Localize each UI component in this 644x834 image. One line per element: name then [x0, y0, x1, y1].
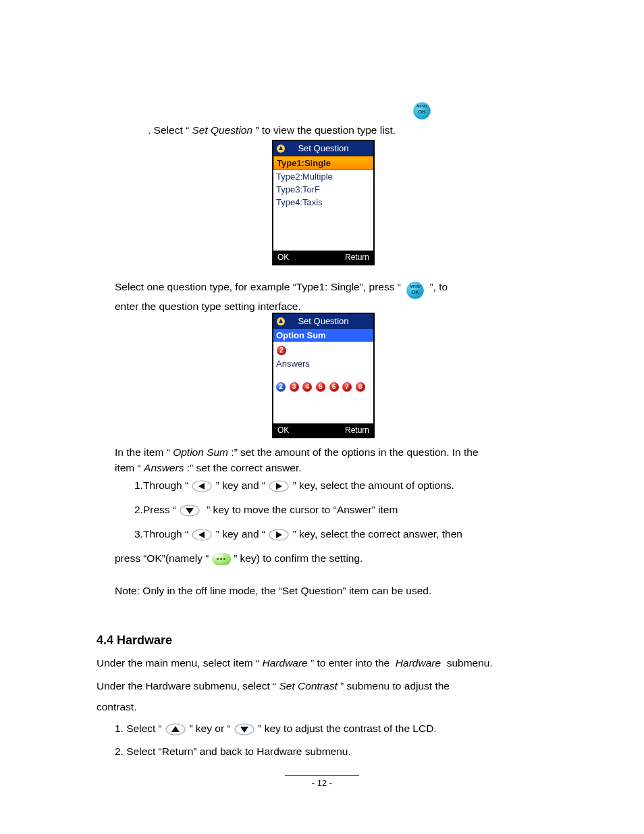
- section-heading-hardware: 4.4 Hardware: [97, 633, 172, 647]
- right-arrow-key-icon: [268, 479, 290, 493]
- text: 2. Select “Return” and back to Hardware …: [115, 746, 351, 757]
- type-row[interactable]: Type3:TorF: [273, 183, 373, 196]
- answer-option-badge[interactable]: 2: [276, 382, 286, 392]
- italic-set-contrast: Set Contrast: [279, 680, 338, 692]
- type-row-selected[interactable]: Type1:Single: [273, 156, 373, 170]
- ok-green-key-icon: [212, 553, 231, 565]
- answer-option-badge[interactable]: 6: [329, 382, 339, 392]
- text: ” key and “: [216, 528, 265, 540]
- page-number: - 12 -: [312, 778, 332, 788]
- answer-option-badge[interactable]: 4: [302, 382, 312, 392]
- text: enter the question type setting interfac…: [115, 301, 301, 312]
- type-row[interactable]: Type2:Multiple: [273, 170, 373, 183]
- text: In the item “: [115, 446, 170, 458]
- device-screen-option-sum: Set Question Option Sum 2 Answers 2 3 4 …: [272, 313, 375, 438]
- answer-option-badge[interactable]: 8: [356, 382, 365, 392]
- italic-option-sum: Option Sum: [173, 446, 228, 458]
- text: . Select “: [148, 124, 189, 136]
- text: ” key, select the correct answer, then: [293, 528, 462, 540]
- device-screen-set-question-types: Set Question Type1:Single Type2:Multiple…: [272, 140, 375, 265]
- text: 1.Through “: [134, 479, 188, 491]
- text: ” submenu to adjust the: [340, 680, 450, 692]
- down-arrow-key-icon: [179, 504, 200, 517]
- text: ” key) to confirm the setting.: [234, 552, 363, 564]
- softkey-return[interactable]: Return: [345, 251, 369, 264]
- italic-hardware: Hardware: [396, 657, 441, 669]
- italic-answers: Answers: [144, 462, 184, 473]
- right-arrow-key-icon: [268, 528, 290, 542]
- menu-ok-button-icon: MENUOK: [413, 102, 431, 120]
- text: ” to view the question type list.: [255, 124, 396, 136]
- menu-ok-button-icon: MENUOK: [406, 282, 424, 299]
- left-arrow-key-icon: [191, 528, 213, 542]
- down-arrow-key-icon: [234, 723, 255, 736]
- device-title: Set Question: [298, 316, 348, 326]
- text: 2.Press “: [134, 504, 176, 515]
- up-arrow-key-icon: [165, 723, 186, 736]
- softkey-ok[interactable]: OK: [277, 251, 289, 264]
- device-title: Set Question: [298, 143, 348, 153]
- text: ” to enter into the: [311, 657, 393, 669]
- text: Select one question type, for example “T…: [115, 281, 401, 292]
- text: Under the main menu, select item “: [97, 657, 259, 669]
- app-icon: [276, 143, 286, 153]
- text: :” set the amount of the options in the …: [231, 446, 478, 458]
- answer-option-badge[interactable]: 7: [342, 382, 352, 392]
- softkey-return[interactable]: Return: [345, 423, 369, 437]
- text: ” key or “: [189, 723, 230, 734]
- softkey-ok[interactable]: OK: [277, 423, 289, 437]
- option-sum-header: Option Sum: [273, 329, 373, 342]
- text: Under the Hardware submenu, select “: [97, 680, 276, 692]
- text: :” set the correct answer.: [187, 462, 302, 473]
- option-sum-value-badge[interactable]: 2: [277, 346, 286, 355]
- text: ” key to move the cursor to “Answer” ite…: [204, 504, 398, 515]
- italic-hardware: Hardware: [263, 657, 308, 669]
- text: ”, to: [430, 281, 448, 292]
- text: ” key and “: [216, 479, 265, 491]
- text: 1. Select “: [115, 723, 162, 734]
- left-arrow-key-icon: [191, 479, 213, 493]
- text: press “OK”(namely “: [115, 552, 209, 564]
- text: ” key, select the amount of options.: [293, 479, 454, 491]
- text: 3.Through “: [134, 528, 188, 540]
- answer-option-badge[interactable]: 3: [290, 382, 299, 392]
- text: submenu.: [444, 657, 492, 669]
- italic-set-question: Set Question: [192, 124, 252, 136]
- note-text: Note: Only in the off line mode, the “Se…: [115, 585, 431, 596]
- app-icon: [276, 316, 286, 325]
- type-row[interactable]: Type4:Taxis: [273, 196, 373, 209]
- text: ” key to adjust the contrast of the LCD.: [258, 723, 437, 734]
- answer-option-badge[interactable]: 5: [316, 382, 325, 392]
- answers-label: Answers: [273, 357, 373, 370]
- text: item “: [115, 462, 141, 473]
- text: contrast.: [97, 701, 136, 712]
